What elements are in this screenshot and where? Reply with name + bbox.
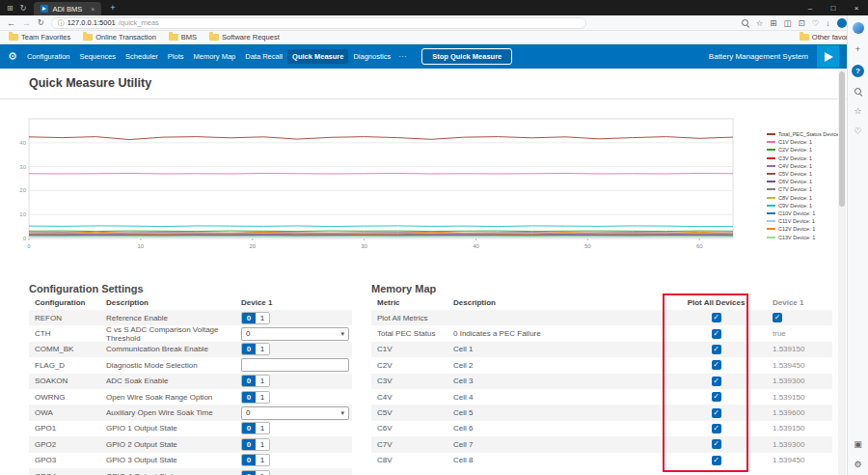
essentials-icon[interactable]: ♡ <box>812 18 820 28</box>
sidebar-add-icon[interactable]: + <box>855 44 860 54</box>
legend-item[interactable]: C8V Device: 1 <box>767 194 836 202</box>
split-screen-icon[interactable]: ◫ <box>783 18 791 28</box>
workspaces-icon[interactable]: ↻ <box>20 4 27 13</box>
extensions-icon[interactable]: ⊡ <box>799 18 805 28</box>
toggle-option-1[interactable]: 1 <box>256 471 269 475</box>
bookmark-item[interactable]: Team Favorites <box>9 33 70 42</box>
browser-tab[interactable]: ADI BMS × <box>34 2 101 15</box>
bookmark-item[interactable]: BMS <box>169 33 197 42</box>
favorites-star-icon[interactable]: ☆ <box>756 18 764 28</box>
profile-avatar[interactable] <box>837 18 847 28</box>
toggle-01[interactable]: 01 <box>241 438 270 451</box>
tab-close-icon[interactable]: × <box>91 6 95 13</box>
plot-all-checkbox[interactable]: ✓ <box>712 313 721 322</box>
refresh-button[interactable]: ↻ <box>38 18 44 27</box>
toggle-option-0[interactable]: 0 <box>242 392 256 403</box>
toggle-option-0[interactable]: 0 <box>242 344 256 354</box>
toggle-option-0[interactable]: 0 <box>242 455 256 465</box>
line-chart[interactable]: 0102030400102030405060 <box>0 107 762 262</box>
address-bar[interactable]: ⓘ 127.0.0.1:5001 /quick_meas <box>51 17 586 29</box>
help-icon[interactable]: ? <box>852 65 864 77</box>
downloads-icon[interactable]: ↓ <box>826 18 829 28</box>
nav-item-data-recall[interactable]: Data Recall <box>240 49 287 64</box>
nav-item-sequences[interactable]: Sequences <box>75 49 122 64</box>
stop-quick-measure-button[interactable]: Stop Quick Measure <box>421 48 512 65</box>
plot-all-checkbox[interactable]: ✓ <box>712 424 721 433</box>
maximize-button[interactable]: □ <box>822 0 845 15</box>
config-select[interactable]: 0▾ <box>241 327 349 341</box>
nav-item-configuration[interactable]: Configuration <box>22 49 75 64</box>
back-button[interactable]: ← <box>7 18 15 28</box>
toggle-option-0[interactable]: 0 <box>242 439 256 450</box>
legend-item[interactable]: C5V Device: 1 <box>767 170 836 178</box>
sidebar-favorites-icon[interactable]: ☆ <box>854 106 861 116</box>
plot-all-checkbox[interactable]: ✓ <box>712 360 721 370</box>
nav-item-scheduler[interactable]: Scheduler <box>121 49 163 64</box>
legend-item[interactable]: C12V Device: 1 <box>767 225 836 233</box>
nav-item-quick-measure[interactable]: Quick Measure <box>287 49 348 64</box>
legend-item[interactable]: C3V Device: 1 <box>767 154 836 162</box>
close-button[interactable]: × <box>845 0 868 15</box>
tab-actions-icon[interactable]: ⊞ <box>7 4 14 13</box>
toggle-option-1[interactable]: 1 <box>256 455 269 465</box>
legend-item[interactable]: C2V Device: 1 <box>767 146 836 154</box>
nav-overflow-icon[interactable]: ⋯ <box>398 52 407 61</box>
plot-all-checkbox[interactable]: ✓ <box>712 345 721 354</box>
config-select[interactable]: 0▾ <box>241 406 349 420</box>
toggle-01[interactable]: 01 <box>241 422 270 434</box>
nav-item-diagnostics[interactable]: Diagnostics <box>348 49 395 64</box>
toggle-01[interactable]: 01 <box>241 391 270 404</box>
toggle-option-1[interactable]: 1 <box>256 423 269 433</box>
sidebar-search-icon[interactable] <box>854 88 862 96</box>
forward-button[interactable]: → <box>22 18 31 28</box>
toggle-option-0[interactable]: 0 <box>242 471 256 475</box>
minimize-button[interactable]: – <box>799 0 822 15</box>
gear-icon[interactable]: ⚙ <box>8 50 17 63</box>
config-input[interactable] <box>241 358 349 372</box>
legend-item[interactable]: C1V Device: 1 <box>767 138 836 146</box>
plot-area[interactable] <box>29 119 733 238</box>
toggle-01[interactable]: 01 <box>241 312 270 324</box>
toggle-01[interactable]: 01 <box>241 470 270 475</box>
plot-all-checkbox[interactable]: ✓ <box>712 408 721 418</box>
sidebar-essentials-icon[interactable]: ♡ <box>854 126 861 136</box>
legend-item[interactable]: Total_PEC_Status Device: 1 <box>767 130 836 138</box>
plot-all-checkbox[interactable]: ✓ <box>712 377 721 386</box>
toggle-option-1[interactable]: 1 <box>256 439 269 450</box>
toggle-option-0[interactable]: 0 <box>242 313 256 323</box>
bookmark-item[interactable]: Software Request <box>209 33 280 42</box>
search-icon[interactable] <box>742 19 749 27</box>
nav-item-memory-map[interactable]: Memory Map <box>189 49 241 64</box>
toggle-option-1[interactable]: 1 <box>256 392 269 403</box>
collections-icon[interactable]: ⊞ <box>770 18 776 28</box>
toggle-option-1[interactable]: 1 <box>256 313 269 323</box>
plot-all-checkbox[interactable]: ✓ <box>712 329 721 339</box>
legend-item[interactable]: C4V Device: 1 <box>767 162 836 170</box>
legend-item[interactable]: C13V Device: 1 <box>767 233 836 240</box>
legend-item[interactable]: C6V Device: 1 <box>767 178 836 185</box>
scrollbar-thumb[interactable] <box>839 71 845 207</box>
copilot-icon[interactable] <box>853 22 864 34</box>
sidebar-tools-icon[interactable]: ▣ <box>854 439 862 449</box>
new-tab-button[interactable]: + <box>110 3 115 13</box>
toggle-01[interactable]: 01 <box>241 454 270 466</box>
page-scrollbar[interactable] <box>838 69 846 475</box>
toggle-01[interactable]: 01 <box>241 375 270 387</box>
nav-item-plots[interactable]: Plots <box>163 49 189 64</box>
legend-item[interactable]: C7V Device: 1 <box>767 185 836 193</box>
sidebar-settings-gear-icon[interactable]: ⚙ <box>854 460 861 469</box>
plot-all-checkbox[interactable]: ✓ <box>712 439 721 449</box>
device1-checkbox[interactable]: ✓ <box>773 313 782 322</box>
toggle-option-0[interactable]: 0 <box>242 423 256 433</box>
plot-all-checkbox[interactable]: ✓ <box>712 392 721 402</box>
page-info-icon[interactable]: ⓘ <box>58 18 65 28</box>
legend-item[interactable]: C10V Device: 1 <box>767 210 836 217</box>
legend-item[interactable]: C9V Device: 1 <box>767 202 836 210</box>
toggle-option-1[interactable]: 1 <box>256 344 269 354</box>
toggle-option-0[interactable]: 0 <box>242 376 256 386</box>
legend-item[interactable]: C11V Device: 1 <box>767 217 836 225</box>
toggle-option-1[interactable]: 1 <box>256 376 269 386</box>
plot-all-checkbox[interactable]: ✓ <box>712 456 721 465</box>
bookmark-item[interactable]: Online Transaction <box>83 33 156 42</box>
toggle-01[interactable]: 01 <box>241 343 270 355</box>
